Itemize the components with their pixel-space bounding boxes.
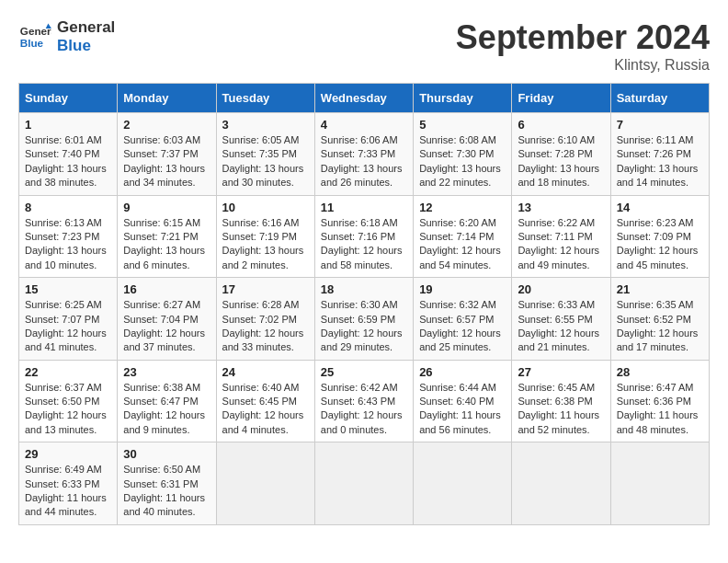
sunrise-text: Sunrise: 6:32 AM bbox=[419, 299, 496, 310]
day-number: 20 bbox=[518, 282, 604, 296]
sunset-text: Sunset: 7:11 PM bbox=[518, 231, 592, 242]
day-number: 12 bbox=[419, 201, 506, 214]
sunset-text: Sunset: 6:36 PM bbox=[617, 396, 691, 407]
calendar-cell: 16 Sunrise: 6:27 AM Sunset: 7:04 PM Dayl… bbox=[118, 278, 216, 361]
sunrise-text: Sunrise: 6:49 AM bbox=[25, 464, 102, 475]
sunrise-text: Sunrise: 6:45 AM bbox=[518, 382, 595, 393]
cell-info: Sunrise: 6:28 AM Sunset: 7:02 PM Dayligh… bbox=[222, 298, 309, 355]
day-number: 18 bbox=[321, 282, 407, 296]
cell-info: Sunrise: 6:38 AM Sunset: 6:47 PM Dayligh… bbox=[123, 381, 210, 438]
daylight-text: Daylight: 12 hours and 9 minutes. bbox=[123, 409, 205, 434]
daylight-text: Daylight: 12 hours and 45 minutes. bbox=[617, 245, 699, 270]
day-number: 11 bbox=[321, 201, 407, 214]
daylight-text: Daylight: 12 hours and 33 minutes. bbox=[222, 327, 304, 352]
day-number: 25 bbox=[321, 365, 407, 379]
day-number: 5 bbox=[419, 118, 506, 132]
day-number: 2 bbox=[123, 118, 210, 132]
sunrise-text: Sunrise: 6:11 AM bbox=[617, 134, 694, 145]
calendar-cell: 27 Sunrise: 6:45 AM Sunset: 6:38 PM Dayl… bbox=[512, 360, 610, 442]
calendar-cell bbox=[512, 442, 610, 525]
calendar-cell: 8 Sunrise: 6:13 AM Sunset: 7:23 PM Dayli… bbox=[19, 195, 118, 278]
sunrise-text: Sunrise: 6:20 AM bbox=[419, 217, 496, 228]
calendar-cell: 29 Sunrise: 6:49 AM Sunset: 6:33 PM Dayl… bbox=[19, 442, 118, 525]
daylight-text: Daylight: 12 hours and 0 minutes. bbox=[321, 409, 403, 434]
day-number: 6 bbox=[518, 118, 604, 132]
sunrise-text: Sunrise: 6:35 AM bbox=[617, 299, 694, 310]
cell-info: Sunrise: 6:23 AM Sunset: 7:09 PM Dayligh… bbox=[617, 216, 703, 273]
sunrise-text: Sunrise: 6:28 AM bbox=[222, 299, 300, 310]
day-number: 1 bbox=[25, 118, 111, 132]
daylight-text: Daylight: 13 hours and 22 minutes. bbox=[419, 163, 501, 188]
calendar-week-row: 8 Sunrise: 6:13 AM Sunset: 7:23 PM Dayli… bbox=[19, 195, 710, 278]
cell-info: Sunrise: 6:10 AM Sunset: 7:28 PM Dayligh… bbox=[518, 133, 604, 190]
sunrise-text: Sunrise: 6:08 AM bbox=[419, 134, 496, 145]
sunrise-text: Sunrise: 6:03 AM bbox=[123, 134, 200, 145]
daylight-text: Daylight: 11 hours and 56 minutes. bbox=[419, 409, 501, 434]
day-number: 19 bbox=[419, 282, 506, 296]
daylight-text: Daylight: 11 hours and 40 minutes. bbox=[123, 492, 205, 517]
cell-info: Sunrise: 6:35 AM Sunset: 6:52 PM Dayligh… bbox=[617, 298, 703, 355]
calendar-week-row: 22 Sunrise: 6:37 AM Sunset: 6:50 PM Dayl… bbox=[19, 360, 710, 442]
day-header-tuesday: Tuesday bbox=[216, 84, 314, 113]
calendar-cell: 3 Sunrise: 6:05 AM Sunset: 7:35 PM Dayli… bbox=[216, 113, 314, 196]
calendar-cell: 1 Sunrise: 6:01 AM Sunset: 7:40 PM Dayli… bbox=[19, 113, 118, 196]
cell-info: Sunrise: 6:11 AM Sunset: 7:26 PM Dayligh… bbox=[617, 133, 703, 190]
sunset-text: Sunset: 7:37 PM bbox=[123, 148, 198, 159]
day-number: 27 bbox=[518, 365, 604, 379]
sunset-text: Sunset: 6:33 PM bbox=[25, 478, 99, 489]
daylight-text: Daylight: 11 hours and 44 minutes. bbox=[25, 492, 107, 517]
cell-info: Sunrise: 6:06 AM Sunset: 7:33 PM Dayligh… bbox=[321, 133, 407, 190]
location-subtitle: Klintsy, Russia bbox=[456, 57, 710, 74]
day-number: 28 bbox=[617, 365, 703, 379]
sunset-text: Sunset: 7:40 PM bbox=[25, 148, 99, 159]
day-number: 16 bbox=[123, 282, 210, 296]
cell-info: Sunrise: 6:49 AM Sunset: 6:33 PM Dayligh… bbox=[25, 463, 111, 520]
sunset-text: Sunset: 7:21 PM bbox=[123, 231, 198, 242]
calendar-cell: 21 Sunrise: 6:35 AM Sunset: 6:52 PM Dayl… bbox=[610, 278, 709, 361]
logo-icon: General Blue bbox=[18, 20, 51, 53]
calendar-cell: 14 Sunrise: 6:23 AM Sunset: 7:09 PM Dayl… bbox=[610, 195, 709, 278]
daylight-text: Daylight: 13 hours and 10 minutes. bbox=[25, 245, 107, 270]
daylight-text: Daylight: 12 hours and 49 minutes. bbox=[518, 245, 599, 270]
calendar-cell: 22 Sunrise: 6:37 AM Sunset: 6:50 PM Dayl… bbox=[19, 360, 118, 442]
sunrise-text: Sunrise: 6:23 AM bbox=[617, 217, 694, 228]
logo-text-general: General bbox=[57, 18, 115, 37]
daylight-text: Daylight: 13 hours and 18 minutes. bbox=[518, 163, 599, 188]
sunset-text: Sunset: 6:38 PM bbox=[518, 396, 592, 407]
day-header-sunday: Sunday bbox=[19, 84, 118, 113]
daylight-text: Daylight: 12 hours and 21 minutes. bbox=[518, 327, 599, 352]
daylight-text: Daylight: 12 hours and 41 minutes. bbox=[25, 327, 107, 352]
sunset-text: Sunset: 6:31 PM bbox=[123, 478, 198, 489]
cell-info: Sunrise: 6:50 AM Sunset: 6:31 PM Dayligh… bbox=[123, 463, 210, 520]
calendar-cell: 23 Sunrise: 6:38 AM Sunset: 6:47 PM Dayl… bbox=[118, 360, 216, 442]
cell-info: Sunrise: 6:30 AM Sunset: 6:59 PM Dayligh… bbox=[321, 298, 407, 355]
day-number: 21 bbox=[617, 282, 703, 296]
calendar-cell: 20 Sunrise: 6:33 AM Sunset: 6:55 PM Dayl… bbox=[512, 278, 610, 361]
sunset-text: Sunset: 7:09 PM bbox=[617, 231, 691, 242]
sunrise-text: Sunrise: 6:06 AM bbox=[321, 134, 398, 145]
day-number: 10 bbox=[222, 201, 309, 214]
sunset-text: Sunset: 7:14 PM bbox=[419, 231, 494, 242]
calendar-cell: 13 Sunrise: 6:22 AM Sunset: 7:11 PM Dayl… bbox=[512, 195, 610, 278]
sunrise-text: Sunrise: 6:05 AM bbox=[222, 134, 300, 145]
cell-info: Sunrise: 6:45 AM Sunset: 6:38 PM Dayligh… bbox=[518, 381, 604, 438]
cell-info: Sunrise: 6:33 AM Sunset: 6:55 PM Dayligh… bbox=[518, 298, 604, 355]
calendar-cell bbox=[314, 442, 413, 525]
daylight-text: Daylight: 12 hours and 54 minutes. bbox=[419, 245, 501, 270]
sunrise-text: Sunrise: 6:22 AM bbox=[518, 217, 595, 228]
cell-info: Sunrise: 6:22 AM Sunset: 7:11 PM Dayligh… bbox=[518, 216, 604, 273]
calendar-cell bbox=[610, 442, 709, 525]
sunset-text: Sunset: 7:28 PM bbox=[518, 148, 592, 159]
day-number: 7 bbox=[617, 118, 703, 132]
sunrise-text: Sunrise: 6:25 AM bbox=[25, 299, 102, 310]
day-header-saturday: Saturday bbox=[610, 84, 709, 113]
calendar-week-row: 1 Sunrise: 6:01 AM Sunset: 7:40 PM Dayli… bbox=[19, 113, 710, 196]
day-number: 29 bbox=[25, 447, 111, 461]
daylight-text: Daylight: 13 hours and 38 minutes. bbox=[25, 163, 107, 188]
sunrise-text: Sunrise: 6:42 AM bbox=[321, 382, 398, 393]
calendar-cell: 24 Sunrise: 6:40 AM Sunset: 6:45 PM Dayl… bbox=[216, 360, 314, 442]
sunset-text: Sunset: 6:55 PM bbox=[518, 314, 592, 325]
sunrise-text: Sunrise: 6:40 AM bbox=[222, 382, 300, 393]
calendar-cell: 25 Sunrise: 6:42 AM Sunset: 6:43 PM Dayl… bbox=[314, 360, 413, 442]
day-number: 4 bbox=[321, 118, 407, 132]
